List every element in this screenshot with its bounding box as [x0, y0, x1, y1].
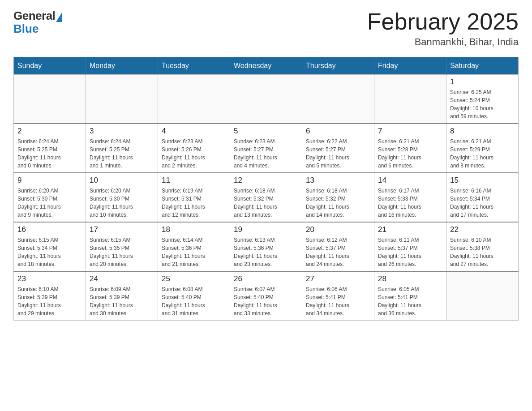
day-info: Sunrise: 6:05 AM Sunset: 5:41 PM Dayligh…: [378, 285, 442, 317]
calendar-cell: 16Sunrise: 6:15 AM Sunset: 5:34 PM Dayli…: [14, 222, 86, 271]
day-number: 9: [17, 176, 82, 185]
day-info: Sunrise: 6:23 AM Sunset: 5:26 PM Dayligh…: [162, 137, 226, 170]
day-number: 8: [450, 127, 515, 136]
day-info: Sunrise: 6:14 AM Sunset: 5:36 PM Dayligh…: [162, 236, 226, 268]
calendar-cell: 11Sunrise: 6:19 AM Sunset: 5:31 PM Dayli…: [158, 173, 230, 222]
day-number: 12: [234, 176, 298, 185]
day-number: 3: [90, 127, 154, 136]
calendar-week-row: 2Sunrise: 6:24 AM Sunset: 5:25 PM Daylig…: [14, 124, 519, 173]
logo-triangle-icon: [56, 12, 62, 22]
weekday-header-saturday: Saturday: [446, 57, 519, 75]
weekday-header-sunday: Sunday: [14, 57, 86, 75]
calendar-cell: [302, 75, 374, 124]
page-subtitle: Banmankhi, Bihar, India: [367, 36, 519, 48]
day-number: 14: [378, 176, 442, 185]
day-number: 10: [90, 176, 154, 185]
day-info: Sunrise: 6:18 AM Sunset: 5:32 PM Dayligh…: [234, 187, 298, 219]
day-info: Sunrise: 6:12 AM Sunset: 5:37 PM Dayligh…: [306, 236, 370, 268]
calendar-cell: 2Sunrise: 6:24 AM Sunset: 5:25 PM Daylig…: [14, 124, 86, 173]
weekday-header-monday: Monday: [86, 57, 158, 75]
day-info: Sunrise: 6:09 AM Sunset: 5:39 PM Dayligh…: [90, 285, 154, 317]
day-number: 27: [306, 274, 370, 283]
calendar-cell: 26Sunrise: 6:07 AM Sunset: 5:40 PM Dayli…: [230, 271, 302, 321]
day-number: 5: [234, 127, 298, 136]
day-number: 2: [17, 127, 82, 136]
day-info: Sunrise: 6:08 AM Sunset: 5:40 PM Dayligh…: [162, 285, 226, 317]
day-info: Sunrise: 6:13 AM Sunset: 5:36 PM Dayligh…: [234, 236, 298, 268]
calendar-cell: 23Sunrise: 6:10 AM Sunset: 5:39 PM Dayli…: [14, 271, 86, 321]
day-info: Sunrise: 6:07 AM Sunset: 5:40 PM Dayligh…: [234, 285, 298, 317]
title-section: February 2025 Banmankhi, Bihar, India: [367, 9, 519, 48]
calendar-cell: 5Sunrise: 6:23 AM Sunset: 5:27 PM Daylig…: [230, 124, 302, 173]
page-header: General Blue February 2025 Banmankhi, Bi…: [13, 9, 519, 48]
calendar-week-row: 23Sunrise: 6:10 AM Sunset: 5:39 PM Dayli…: [14, 271, 519, 321]
day-info: Sunrise: 6:20 AM Sunset: 5:30 PM Dayligh…: [17, 187, 82, 219]
day-info: Sunrise: 6:15 AM Sunset: 5:35 PM Dayligh…: [90, 236, 154, 268]
day-info: Sunrise: 6:18 AM Sunset: 5:32 PM Dayligh…: [306, 187, 370, 219]
day-number: 19: [234, 225, 298, 234]
weekday-header-tuesday: Tuesday: [158, 57, 230, 75]
day-number: 20: [306, 225, 370, 234]
logo: General Blue: [13, 9, 62, 36]
calendar-cell: [14, 75, 86, 124]
calendar-cell: 8Sunrise: 6:21 AM Sunset: 5:29 PM Daylig…: [446, 124, 519, 173]
day-number: 15: [450, 176, 515, 185]
day-info: Sunrise: 6:10 AM Sunset: 5:38 PM Dayligh…: [450, 236, 515, 268]
day-info: Sunrise: 6:21 AM Sunset: 5:29 PM Dayligh…: [450, 137, 515, 170]
calendar-cell: 18Sunrise: 6:14 AM Sunset: 5:36 PM Dayli…: [158, 222, 230, 271]
calendar-cell: 10Sunrise: 6:20 AM Sunset: 5:30 PM Dayli…: [86, 173, 158, 222]
day-number: 13: [306, 176, 370, 185]
day-info: Sunrise: 6:17 AM Sunset: 5:33 PM Dayligh…: [378, 187, 442, 219]
day-number: 24: [90, 274, 154, 283]
calendar-cell: 12Sunrise: 6:18 AM Sunset: 5:32 PM Dayli…: [230, 173, 302, 222]
day-info: Sunrise: 6:24 AM Sunset: 5:25 PM Dayligh…: [17, 137, 82, 170]
calendar-cell: 7Sunrise: 6:21 AM Sunset: 5:28 PM Daylig…: [374, 124, 446, 173]
logo-general-text: General: [13, 9, 55, 23]
calendar-cell: 1Sunrise: 6:25 AM Sunset: 5:24 PM Daylig…: [446, 75, 519, 124]
calendar-cell: 3Sunrise: 6:24 AM Sunset: 5:25 PM Daylig…: [86, 124, 158, 173]
calendar-cell: 28Sunrise: 6:05 AM Sunset: 5:41 PM Dayli…: [374, 271, 446, 321]
calendar-cell: 19Sunrise: 6:13 AM Sunset: 5:36 PM Dayli…: [230, 222, 302, 271]
calendar-cell: 25Sunrise: 6:08 AM Sunset: 5:40 PM Dayli…: [158, 271, 230, 321]
calendar-cell: [374, 75, 446, 124]
weekday-header-friday: Friday: [374, 57, 446, 75]
day-info: Sunrise: 6:20 AM Sunset: 5:30 PM Dayligh…: [90, 187, 154, 219]
calendar-week-row: 1Sunrise: 6:25 AM Sunset: 5:24 PM Daylig…: [14, 75, 519, 124]
calendar-cell: [158, 75, 230, 124]
day-number: 17: [90, 225, 154, 234]
day-info: Sunrise: 6:06 AM Sunset: 5:41 PM Dayligh…: [306, 285, 370, 317]
calendar-cell: 24Sunrise: 6:09 AM Sunset: 5:39 PM Dayli…: [86, 271, 158, 321]
day-number: 4: [162, 127, 226, 136]
day-number: 7: [378, 127, 442, 136]
calendar-cell: 22Sunrise: 6:10 AM Sunset: 5:38 PM Dayli…: [446, 222, 519, 271]
day-number: 18: [162, 225, 226, 234]
day-number: 28: [378, 274, 442, 283]
day-info: Sunrise: 6:15 AM Sunset: 5:34 PM Dayligh…: [17, 236, 82, 268]
calendar-header-row: SundayMondayTuesdayWednesdayThursdayFrid…: [14, 57, 519, 75]
day-number: 1: [450, 77, 515, 86]
day-number: 21: [378, 225, 442, 234]
calendar-cell: 20Sunrise: 6:12 AM Sunset: 5:37 PM Dayli…: [302, 222, 374, 271]
weekday-header-wednesday: Wednesday: [230, 57, 302, 75]
day-info: Sunrise: 6:11 AM Sunset: 5:37 PM Dayligh…: [378, 236, 442, 268]
day-number: 23: [17, 274, 82, 283]
weekday-header-thursday: Thursday: [302, 57, 374, 75]
calendar-cell: [230, 75, 302, 124]
calendar-cell: [86, 75, 158, 124]
day-info: Sunrise: 6:22 AM Sunset: 5:27 PM Dayligh…: [306, 137, 370, 170]
calendar-table: SundayMondayTuesdayWednesdayThursdayFrid…: [13, 57, 519, 321]
logo-blue-text: Blue: [13, 22, 39, 36]
calendar-cell: 21Sunrise: 6:11 AM Sunset: 5:37 PM Dayli…: [374, 222, 446, 271]
day-info: Sunrise: 6:21 AM Sunset: 5:28 PM Dayligh…: [378, 137, 442, 170]
calendar-cell: 9Sunrise: 6:20 AM Sunset: 5:30 PM Daylig…: [14, 173, 86, 222]
calendar-cell: 14Sunrise: 6:17 AM Sunset: 5:33 PM Dayli…: [374, 173, 446, 222]
calendar-cell: 17Sunrise: 6:15 AM Sunset: 5:35 PM Dayli…: [86, 222, 158, 271]
day-number: 11: [162, 176, 226, 185]
day-number: 22: [450, 225, 515, 234]
calendar-cell: 4Sunrise: 6:23 AM Sunset: 5:26 PM Daylig…: [158, 124, 230, 173]
calendar-cell: 15Sunrise: 6:16 AM Sunset: 5:34 PM Dayli…: [446, 173, 519, 222]
calendar-week-row: 9Sunrise: 6:20 AM Sunset: 5:30 PM Daylig…: [14, 173, 519, 222]
calendar-week-row: 16Sunrise: 6:15 AM Sunset: 5:34 PM Dayli…: [14, 222, 519, 271]
day-info: Sunrise: 6:16 AM Sunset: 5:34 PM Dayligh…: [450, 187, 515, 219]
calendar-cell: [446, 271, 519, 321]
